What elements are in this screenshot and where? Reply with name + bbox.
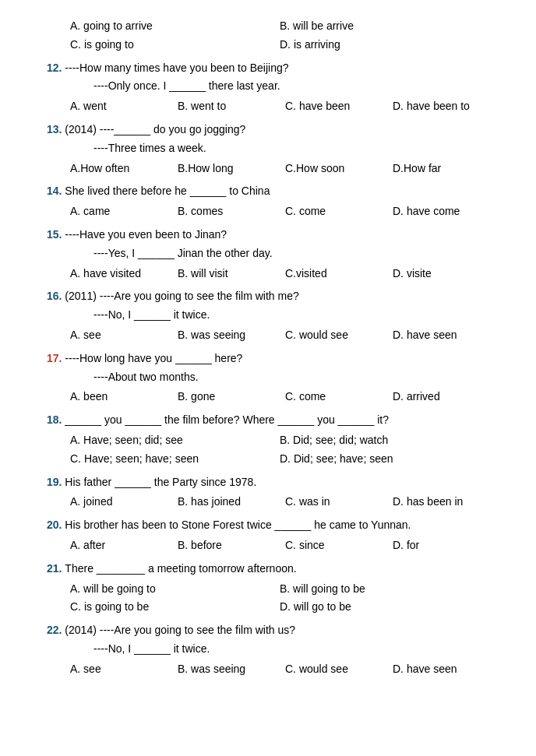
q14-opt-b: B. comes [178, 202, 271, 221]
q16-answer: ----No, I ______ it twice. [47, 306, 489, 325]
question-17: 17. ----How long have you ______ here? -… [47, 350, 489, 406]
pre-options: A. going to arrive B. will be arrive C. … [47, 17, 489, 55]
option-pre-d: D. is arriving [280, 36, 489, 55]
q18-text: ______ you ______ the film before? Where… [65, 413, 389, 426]
q20-opt-d: D. for [393, 536, 486, 555]
question-20: 20. His brother has been to Stone Forest… [47, 516, 489, 555]
q20-options: A. after B. before C. since D. for [47, 536, 489, 555]
q19-opt-d: D. has been in [393, 493, 486, 512]
q19-opt-c: C. was in [285, 493, 379, 512]
q16-options: A. see B. was seeing C. would see D. hav… [47, 326, 489, 345]
q18-number: 18. [47, 413, 65, 426]
q12-opt-a: A. went [70, 97, 164, 116]
q13-options: A.How often B.How long C.How soon D.How … [47, 160, 489, 178]
q16-opt-d: D. have seen [393, 326, 486, 345]
q22-opt-b: B. was seeing [178, 660, 271, 679]
q22-answer: ----No, I ______ it twice. [47, 640, 489, 659]
q15-opt-a: A. have visited [70, 265, 164, 283]
q17-answer: ----About two months. [47, 368, 489, 387]
q16-text: (2011) ----Are you going to see the film… [65, 290, 298, 302]
q17-opt-a: A. been [70, 388, 164, 406]
q21-opt-a: A. will be going to [70, 580, 280, 599]
q22-options: A. see B. was seeing C. would see D. hav… [47, 660, 489, 679]
q15-answer: ----Yes, I ______ Jinan the other day. [47, 244, 489, 263]
q21-number: 21. [47, 562, 65, 575]
q17-opt-d: D. arrived [393, 388, 486, 406]
q19-number: 19. [47, 476, 65, 488]
q12-opt-d: D. have been to [393, 97, 486, 116]
q14-opt-a: A. came [70, 202, 164, 221]
question-14: 14. She lived there before he ______ to … [47, 182, 489, 221]
q18-opt-c: C. Have; seen; have; seen [70, 450, 280, 469]
q20-number: 20. [47, 519, 65, 531]
q22-number: 22. [47, 624, 65, 636]
q13-opt-d: D.How far [393, 160, 486, 178]
q18-opt-b: B. Did; see; did; watch [280, 431, 489, 450]
option-pre-c: C. is going to [70, 36, 280, 55]
q12-text: ----How many times have you been to Beij… [65, 62, 288, 74]
q14-number: 14. [47, 185, 65, 197]
option-pre-a: A. going to arrive [70, 17, 280, 36]
q15-options: A. have visited B. will visit C.visited … [47, 265, 489, 283]
option-pre-b: B. will be arrive [280, 17, 489, 36]
q12-options: A. went B. went to C. have been D. have … [47, 97, 489, 116]
q17-opt-c: C. come [285, 388, 379, 406]
q19-options: A. joined B. has joined C. was in D. has… [47, 493, 489, 512]
q20-opt-a: A. after [70, 536, 164, 555]
question-13: 13. (2014) ----______ do you go jogging?… [47, 121, 489, 178]
q22-opt-d: D. have seen [393, 660, 486, 679]
q22-text: (2014) ----Are you going to see the film… [65, 624, 295, 636]
question-18: 18. ______ you ______ the film before? W… [47, 411, 489, 468]
question-22: 22. (2014) ----Are you going to see the … [47, 621, 489, 678]
q13-opt-b: B.How long [178, 160, 271, 178]
q19-opt-a: A. joined [70, 493, 164, 512]
q17-text: ----How long have you ______ here? [65, 352, 242, 364]
q13-text: (2014) ----______ do you go jogging? [65, 123, 245, 135]
q22-opt-c: C. would see [285, 660, 379, 679]
q19-opt-b: B. has joined [178, 493, 271, 512]
q15-opt-c: C.visited [285, 265, 379, 283]
q18-opt-a: A. Have; seen; did; see [70, 431, 280, 450]
q18-options: A. Have; seen; did; see B. Did; see; did… [47, 431, 489, 469]
q14-text: She lived there before he ______ to Chin… [65, 185, 270, 197]
q21-text: There ________ a meeting tomorrow aftern… [65, 562, 296, 575]
q18-opt-d: D. Did; see; have; seen [280, 450, 489, 469]
q16-number: 16. [47, 290, 65, 302]
q13-number: 13. [47, 123, 65, 135]
question-16: 16. (2011) ----Are you going to see the … [47, 287, 489, 344]
q14-opt-d: D. have come [393, 202, 486, 221]
q21-opt-c: C. is going to be [70, 598, 280, 617]
q15-opt-d: D. visite [393, 265, 486, 283]
q13-opt-c: C.How soon [285, 160, 379, 178]
q13-answer: ----Three times a week. [47, 139, 489, 158]
q16-opt-c: C. would see [285, 326, 379, 345]
q20-text: His brother has been to Stone Forest twi… [65, 519, 411, 531]
q21-opt-b: B. will going to be [280, 580, 489, 599]
q12-opt-b: B. went to [178, 97, 271, 116]
question-21: 21. There ________ a meeting tomorrow af… [47, 560, 489, 617]
q14-opt-c: C. come [285, 202, 379, 221]
q17-options: A. been B. gone C. come D. arrived [47, 388, 489, 406]
q19-text: His father ______ the Party since 1978. [65, 476, 256, 488]
q21-opt-d: D. will go to be [280, 598, 489, 617]
q21-options: A. will be going to B. will going to be … [47, 580, 489, 617]
q16-opt-a: A. see [70, 326, 164, 345]
q17-number: 17. [47, 352, 65, 364]
q22-opt-a: A. see [70, 660, 164, 679]
q14-options: A. came B. comes C. come D. have come [47, 202, 489, 221]
q15-text: ----Have you even been to Jinan? [65, 228, 227, 241]
q12-opt-c: C. have been [285, 97, 379, 116]
q20-opt-c: C. since [285, 536, 379, 555]
question-19: 19. His father ______ the Party since 19… [47, 473, 489, 512]
q20-opt-b: B. before [178, 536, 271, 555]
q13-opt-a: A.How often [70, 160, 164, 178]
q12-number: 12. [47, 62, 65, 74]
question-12: 12. ----How many times have you been to … [47, 59, 489, 116]
q15-number: 15. [47, 228, 65, 241]
q16-opt-b: B. was seeing [178, 326, 271, 345]
q17-opt-b: B. gone [178, 388, 271, 406]
question-15: 15. ----Have you even been to Jinan? ---… [47, 226, 489, 283]
q15-opt-b: B. will visit [178, 265, 271, 283]
q12-answer: ----Only once. I ______ there last year. [47, 77, 489, 96]
